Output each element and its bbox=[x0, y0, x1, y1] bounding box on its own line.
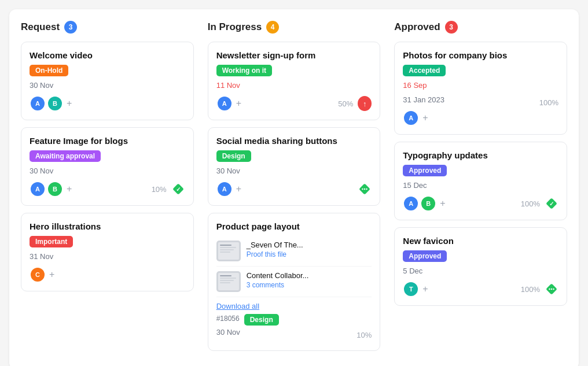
card-photos-bios[interactable]: Photos for company biosAccepted16 Sep31 … bbox=[394, 42, 567, 135]
avatar: A bbox=[30, 95, 46, 112]
file-thumbnail bbox=[216, 241, 241, 261]
add-avatar-button[interactable]: + bbox=[67, 98, 72, 109]
check-diamond-icon: ✓ bbox=[545, 197, 558, 210]
card-title: Social media sharing buttons bbox=[216, 136, 372, 146]
card-footer: AB+100% ✓ bbox=[403, 195, 558, 212]
column-request: Request3Welcome videoOn-Hold30 NovAB+Fea… bbox=[21, 21, 194, 358]
check-diamond-icon: ✓ bbox=[171, 182, 185, 196]
card-feature-image[interactable]: Feature Image for blogsAwaiting approval… bbox=[21, 127, 194, 206]
svg-rect-15 bbox=[220, 282, 230, 283]
upload-icon: ↑ bbox=[358, 96, 372, 111]
svg-rect-14 bbox=[220, 280, 234, 281]
file-info: _Seven Of The...Proof this file bbox=[247, 241, 303, 258]
card-footer-right: 10% ✓ bbox=[152, 182, 185, 196]
card-meta-percent: 10% bbox=[357, 331, 372, 339]
column-title: Request bbox=[21, 21, 60, 33]
file-item: Content Collabor...3 comments bbox=[216, 267, 372, 297]
avatar-group: A+ bbox=[216, 181, 241, 197]
avatar: A bbox=[30, 181, 46, 197]
card-meta-tag: Design bbox=[244, 314, 279, 326]
card-typography[interactable]: Typography updatesApproved15 DecAB+100% … bbox=[394, 142, 567, 220]
dots-diamond-icon bbox=[358, 182, 372, 196]
avatar-group: AB+ bbox=[30, 181, 72, 197]
card-tag: Accepted bbox=[403, 65, 446, 76]
card-footer: A+ bbox=[403, 110, 558, 126]
avatar: T bbox=[403, 281, 419, 297]
avatar-group: C+ bbox=[30, 267, 54, 283]
card-new-favicon[interactable]: New faviconApproved5 DecT+100% bbox=[394, 227, 567, 306]
add-avatar-button[interactable]: + bbox=[236, 98, 241, 109]
file-item: _Seven Of The...Proof this file bbox=[216, 236, 372, 267]
card-footer: A+ bbox=[216, 181, 372, 197]
card-date: 16 Sep bbox=[403, 81, 558, 90]
column-header-request: Request3 bbox=[21, 21, 194, 34]
file-thumbnail bbox=[216, 271, 241, 292]
card-date: 31 Nov bbox=[30, 252, 185, 261]
card-footer-right: 100% bbox=[521, 282, 558, 296]
card-footer: AB+ bbox=[30, 95, 185, 112]
card-footer: T+100% bbox=[403, 281, 558, 297]
card-date: 5 Dec bbox=[403, 267, 558, 275]
column-approved: Approved3Photos for company biosAccepted… bbox=[394, 21, 567, 358]
file-action-link[interactable]: Proof this file bbox=[247, 250, 286, 258]
card-title: Hero illustrations bbox=[30, 221, 185, 231]
card-date: 11 Nov bbox=[216, 81, 372, 90]
svg-text:✓: ✓ bbox=[549, 201, 554, 207]
card-product-page[interactable]: Product page layout_Seven Of The...Proof… bbox=[208, 213, 381, 351]
svg-rect-8 bbox=[220, 247, 236, 248]
card-tag: On-Hold bbox=[30, 65, 68, 76]
card-date: 30 Nov bbox=[216, 167, 372, 175]
svg-point-21 bbox=[553, 289, 554, 290]
add-avatar-button[interactable]: + bbox=[422, 113, 428, 123]
column-badge: 3 bbox=[445, 21, 458, 34]
svg-text:✓: ✓ bbox=[176, 186, 181, 193]
add-avatar-button[interactable]: + bbox=[236, 184, 241, 194]
svg-point-20 bbox=[551, 289, 552, 290]
card-footer: AB+10% ✓ bbox=[30, 181, 185, 197]
download-all-link[interactable]: Download all bbox=[216, 302, 259, 310]
file-action-link[interactable]: 3 comments bbox=[247, 281, 284, 289]
column-in-progress: In Progress4Newsletter sign-up formWorki… bbox=[208, 21, 381, 358]
card-social-media[interactable]: Social media sharing buttonsDesign30 Nov… bbox=[208, 127, 381, 206]
add-avatar-button[interactable]: + bbox=[440, 198, 445, 209]
card-title: Product page layout bbox=[216, 221, 372, 231]
card-footer-right: 100% ✓ bbox=[521, 197, 558, 210]
card-tag: Approved bbox=[403, 250, 447, 262]
card-newsletter[interactable]: Newsletter sign-up formWorking on it11 N… bbox=[208, 42, 381, 120]
card-title: Photos for company bios bbox=[403, 50, 558, 60]
add-avatar-button[interactable]: + bbox=[67, 184, 72, 194]
card-welcome-video[interactable]: Welcome videoOn-Hold30 NovAB+ bbox=[21, 42, 194, 120]
card-footer-right bbox=[358, 182, 372, 196]
card-title: Feature Image for blogs bbox=[30, 136, 185, 146]
card-percent: 10% bbox=[152, 185, 167, 194]
card-percent: 100% bbox=[539, 98, 558, 107]
card-date: 30 Nov bbox=[30, 81, 185, 90]
column-badge: 3 bbox=[64, 21, 77, 34]
card-tag: Awaiting approval bbox=[30, 150, 101, 162]
avatar-group: AB+ bbox=[30, 95, 72, 112]
card-meta-row: #18056Design bbox=[216, 314, 372, 326]
card-footer: C+ bbox=[30, 267, 185, 283]
svg-rect-10 bbox=[220, 252, 230, 253]
add-avatar-button[interactable]: + bbox=[49, 269, 54, 280]
avatar-group: T+ bbox=[403, 281, 428, 297]
card-meta-date: 30 Nov bbox=[216, 328, 240, 337]
column-title: In Progress bbox=[208, 21, 262, 33]
card-date: 30 Nov bbox=[30, 167, 185, 175]
svg-rect-12 bbox=[220, 275, 231, 276]
card-tag: Design bbox=[216, 150, 251, 162]
svg-point-19 bbox=[549, 289, 550, 290]
avatar: A bbox=[216, 181, 233, 197]
card-title: Typography updates bbox=[403, 150, 558, 160]
card-title: New favicon bbox=[403, 236, 558, 246]
card-date2: 31 Jan 2023 bbox=[403, 95, 444, 104]
add-avatar-button[interactable]: + bbox=[422, 284, 428, 294]
card-footer-date2-row: 31 Jan 2023100% bbox=[403, 95, 558, 110]
file-info: Content Collabor...3 comments bbox=[247, 271, 309, 289]
card-hero-illustrations[interactable]: Hero illustrationsImportant31 NovC+ bbox=[21, 213, 194, 291]
avatar: B bbox=[420, 195, 436, 212]
column-header-approved: Approved3 bbox=[394, 21, 567, 34]
card-meta-id: #18056 bbox=[216, 315, 240, 323]
svg-rect-9 bbox=[220, 249, 234, 250]
column-badge: 4 bbox=[266, 21, 279, 34]
